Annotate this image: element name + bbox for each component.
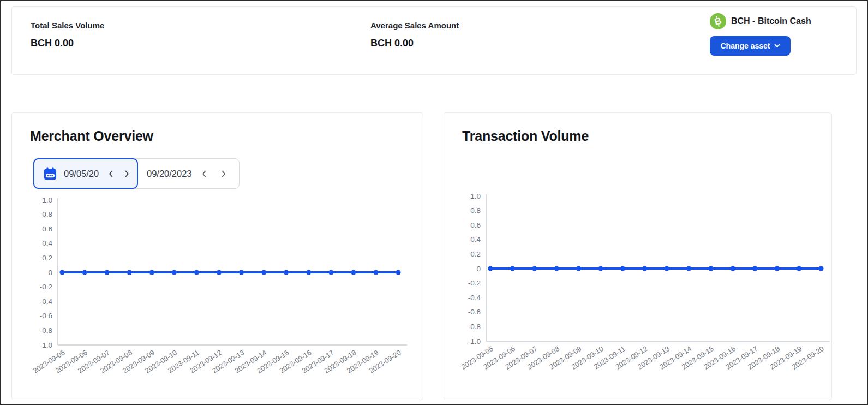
svg-text:0.8: 0.8 — [42, 210, 52, 218]
start-date-nav — [105, 168, 133, 180]
svg-text:-0.4: -0.4 — [40, 297, 53, 306]
svg-text:1.0: 1.0 — [42, 196, 52, 204]
asset-block: B BCH - Bitcoin Cash Change asset — [710, 13, 811, 56]
svg-text:-0.6: -0.6 — [468, 308, 481, 316]
end-date-prev-button[interactable] — [199, 168, 210, 180]
svg-text:-0.4: -0.4 — [468, 294, 481, 302]
transaction-volume-chart: 1.00.80.60.40.20-0.2-0.4-0.6-0.8-1.02023… — [460, 187, 831, 384]
date-range-picker: 09/05/20 — [33, 158, 240, 189]
asset-name: BCH - Bitcoin Cash — [731, 16, 811, 26]
dashboard-page: Total Sales Volume BCH 0.00 Average Sale… — [0, 0, 868, 405]
summary-card: Total Sales Volume BCH 0.00 Average Sale… — [11, 6, 857, 75]
chevron-left-icon — [200, 169, 209, 178]
total-sales-stat: Total Sales Volume BCH 0.00 — [31, 21, 104, 49]
charts-row: Merchant Overview 09/05/20 — [11, 112, 832, 400]
transaction-volume-card: Transaction Volume 1.00.80.60.40.20-0.2-… — [444, 112, 832, 400]
start-date-next-button[interactable] — [121, 168, 133, 180]
svg-text:0: 0 — [48, 269, 52, 277]
svg-text:0: 0 — [476, 265, 481, 273]
chevron-right-icon — [122, 169, 131, 178]
asset-row: B BCH - Bitcoin Cash — [710, 13, 811, 29]
total-sales-value: BCH 0.00 — [31, 38, 104, 49]
svg-text:-0.2: -0.2 — [40, 283, 52, 291]
svg-text:1.0: 1.0 — [470, 192, 481, 200]
chevron-right-icon — [219, 169, 228, 178]
merchant-overview-chart: 1.00.80.60.40.20-0.2-0.4-0.6-0.8-1.02023… — [32, 191, 408, 388]
svg-text:0.4: 0.4 — [470, 235, 481, 243]
chevron-down-icon — [774, 44, 780, 48]
average-sales-value: BCH 0.00 — [370, 38, 459, 49]
change-asset-label: Change asset — [720, 41, 770, 50]
start-date-prev-button[interactable] — [105, 168, 117, 180]
merchant-overview-title: Merchant Overview — [30, 128, 153, 144]
calendar-icon — [43, 166, 57, 181]
end-date-value: 09/20/2023 — [147, 169, 192, 179]
start-date-segment[interactable]: 09/05/20 — [33, 158, 138, 189]
svg-text:-1.0: -1.0 — [468, 337, 481, 346]
svg-text:-1.0: -1.0 — [40, 341, 52, 349]
bch-coin-icon: B — [710, 13, 726, 29]
transaction-volume-title: Transaction Volume — [462, 128, 589, 144]
svg-text:0.4: 0.4 — [42, 239, 52, 247]
svg-text:-0.2: -0.2 — [468, 279, 481, 287]
end-date-next-button[interactable] — [218, 168, 229, 180]
svg-text:0.6: 0.6 — [42, 225, 52, 233]
svg-text:0.8: 0.8 — [470, 206, 481, 215]
chevron-left-icon — [106, 169, 116, 178]
total-sales-label: Total Sales Volume — [31, 21, 104, 30]
average-sales-label: Average Sales Amount — [370, 21, 459, 30]
svg-text:-0.8: -0.8 — [40, 326, 52, 335]
change-asset-button[interactable]: Change asset — [710, 36, 791, 56]
svg-text:0.2: 0.2 — [470, 250, 481, 258]
end-date-nav — [199, 168, 229, 180]
average-sales-stat: Average Sales Amount BCH 0.00 — [370, 21, 459, 49]
svg-text:-0.6: -0.6 — [40, 312, 52, 320]
svg-text:0.2: 0.2 — [42, 254, 52, 262]
svg-text:-0.8: -0.8 — [468, 323, 481, 331]
end-date-segment[interactable]: 09/20/2023 — [138, 159, 239, 188]
start-date-value: 09/05/20 — [64, 169, 99, 179]
merchant-overview-card: Merchant Overview 09/05/20 — [11, 112, 423, 400]
svg-text:0.6: 0.6 — [470, 221, 481, 229]
